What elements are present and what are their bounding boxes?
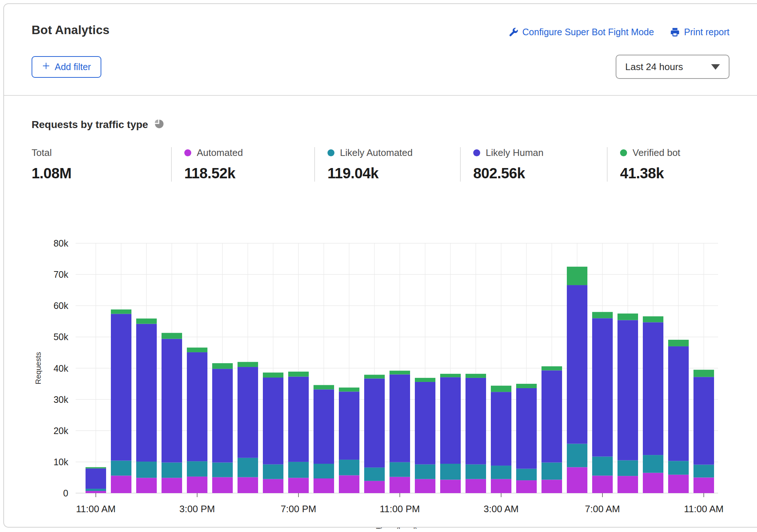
bar-segment-verified-bot[interactable] [440, 374, 461, 377]
bar-segment-likely-automated[interactable] [136, 462, 157, 478]
bar-segment-automated[interactable] [390, 477, 410, 493]
bar-segment-likely-automated[interactable] [111, 460, 131, 475]
bar-segment-verified-bot[interactable] [693, 370, 714, 377]
bar-segment-verified-bot[interactable] [136, 318, 157, 324]
bar-segment-verified-bot[interactable] [288, 372, 309, 377]
bar-segment-likely-automated[interactable] [238, 458, 258, 477]
bar-segment-likely-automated[interactable] [288, 462, 309, 478]
bar-segment-automated[interactable] [86, 491, 106, 493]
bar-segment-likely-human[interactable] [643, 322, 663, 455]
bar-segment-verified-bot[interactable] [466, 374, 486, 378]
bar-segment-automated[interactable] [136, 478, 157, 493]
bar-segment-verified-bot[interactable] [263, 372, 283, 378]
bar-segment-likely-human[interactable] [162, 339, 182, 462]
bar-segment-verified-bot[interactable] [314, 385, 334, 389]
bar-segment-verified-bot[interactable] [162, 333, 182, 339]
bar-segment-verified-bot[interactable] [212, 363, 233, 369]
bar-segment-likely-automated[interactable] [542, 463, 562, 480]
bar-segment-automated[interactable] [339, 475, 359, 493]
bar[interactable] [668, 340, 689, 493]
bar-segment-verified-bot[interactable] [516, 384, 537, 388]
bar-segment-likely-automated[interactable] [643, 455, 663, 473]
bar-segment-verified-bot[interactable] [339, 387, 359, 391]
bar-segment-automated[interactable] [542, 480, 562, 493]
bar-segment-likely-automated[interactable] [617, 460, 638, 476]
bar-segment-likely-automated[interactable] [668, 461, 689, 474]
bar-segment-automated[interactable] [592, 475, 613, 493]
bar[interactable] [693, 370, 714, 493]
bar-segment-likely-human[interactable] [111, 314, 131, 460]
bar-segment-verified-bot[interactable] [187, 347, 207, 352]
bar-segment-likely-human[interactable] [390, 375, 410, 462]
bar-segment-automated[interactable] [617, 476, 638, 493]
time-range-select[interactable]: Last 24 hours [616, 55, 729, 79]
bar-segment-likely-human[interactable] [567, 285, 587, 444]
bar-segment-likely-human[interactable] [238, 367, 258, 458]
bar-segment-verified-bot[interactable] [364, 375, 385, 378]
bar[interactable] [390, 371, 410, 493]
bar-segment-likely-human[interactable] [693, 377, 714, 464]
bar-segment-likely-human[interactable] [288, 376, 309, 462]
bar-segment-likely-human[interactable] [542, 370, 562, 462]
bar-segment-likely-human[interactable] [516, 388, 537, 469]
bar-segment-verified-bot[interactable] [86, 467, 106, 468]
bar-segment-verified-bot[interactable] [415, 378, 435, 382]
bar-segment-automated[interactable] [643, 473, 663, 493]
bar[interactable] [364, 375, 385, 493]
bar-segment-verified-bot[interactable] [111, 309, 131, 314]
bar-segment-verified-bot[interactable] [668, 340, 689, 346]
bar[interactable] [86, 467, 106, 493]
bar[interactable] [491, 386, 511, 493]
bar[interactable] [516, 384, 537, 493]
bar-segment-automated[interactable] [238, 477, 258, 493]
bar-segment-likely-human[interactable] [339, 391, 359, 460]
bar-segment-verified-bot[interactable] [238, 362, 258, 367]
bar-segment-automated[interactable] [162, 478, 182, 493]
bar-segment-likely-automated[interactable] [263, 464, 283, 479]
bar-segment-likely-automated[interactable] [693, 465, 714, 478]
bar-segment-verified-bot[interactable] [617, 314, 638, 320]
bar-segment-likely-human[interactable] [415, 382, 435, 464]
bar-segment-automated[interactable] [516, 480, 537, 493]
bar-segment-verified-bot[interactable] [643, 316, 663, 322]
bar-segment-likely-automated[interactable] [314, 464, 334, 478]
bar-segment-automated[interactable] [364, 481, 385, 493]
bar-segment-likely-human[interactable] [86, 469, 106, 489]
bar-segment-likely-automated[interactable] [212, 463, 233, 477]
bar-segment-verified-bot[interactable] [542, 366, 562, 370]
bar-segment-automated[interactable] [693, 477, 714, 493]
bar-segment-likely-automated[interactable] [187, 461, 207, 477]
bar-segment-likely-human[interactable] [364, 379, 385, 468]
bar-segment-verified-bot[interactable] [592, 312, 613, 318]
bar-segment-automated[interactable] [440, 480, 461, 493]
bar[interactable] [542, 366, 562, 493]
bar-segment-likely-automated[interactable] [466, 464, 486, 479]
bar-segment-likely-automated[interactable] [592, 456, 613, 475]
bar-segment-likely-automated[interactable] [516, 469, 537, 480]
bar-segment-automated[interactable] [314, 478, 334, 493]
bar-segment-likely-human[interactable] [314, 389, 334, 464]
bar-segment-likely-automated[interactable] [567, 444, 587, 467]
bar-segment-automated[interactable] [288, 478, 309, 493]
bar[interactable] [162, 333, 182, 493]
bar[interactable] [617, 314, 638, 493]
bar-segment-automated[interactable] [466, 479, 486, 493]
bar-segment-likely-automated[interactable] [415, 464, 435, 479]
bar[interactable] [238, 362, 258, 493]
bar-segment-likely-human[interactable] [592, 318, 613, 456]
bar-segment-verified-bot[interactable] [491, 386, 511, 392]
bar[interactable] [339, 387, 359, 493]
bar-segment-likely-human[interactable] [668, 346, 689, 461]
bar[interactable] [136, 318, 157, 493]
bar-segment-automated[interactable] [212, 477, 233, 493]
bar-segment-likely-automated[interactable] [390, 462, 410, 477]
bar-segment-automated[interactable] [111, 475, 131, 493]
bar-segment-likely-human[interactable] [617, 320, 638, 460]
bar-segment-likely-automated[interactable] [364, 467, 385, 481]
bar-segment-likely-automated[interactable] [339, 460, 359, 475]
bar-segment-likely-automated[interactable] [162, 463, 182, 478]
bar-segment-automated[interactable] [491, 479, 511, 493]
bar-segment-likely-human[interactable] [136, 324, 157, 462]
add-filter-button[interactable]: Add filter [32, 56, 101, 78]
bar[interactable] [643, 316, 663, 493]
